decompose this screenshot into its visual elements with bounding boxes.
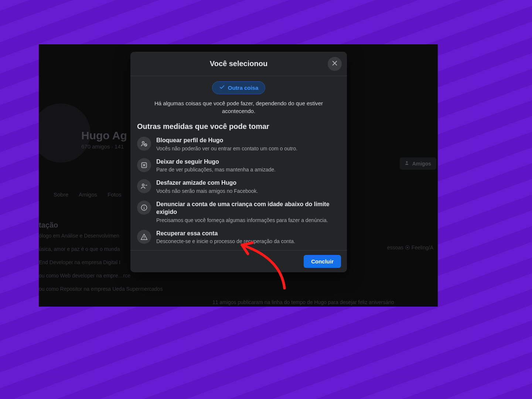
block-user-icon: [137, 137, 151, 151]
dialog-title: Você selecionou: [210, 59, 267, 68]
action-title: Deixar de seguir Hugo: [156, 158, 276, 166]
intro-line: ou como Repositor na empresa Ueda Superm…: [39, 286, 163, 292]
friend-icon: [405, 160, 410, 167]
profile-name: Hugo Ag: [81, 129, 127, 142]
dialog-footer: Concluir: [130, 250, 347, 272]
action-block-profile[interactable]: Bloquear perfil de Hugo Vocês não poderã…: [137, 137, 340, 152]
close-icon: [331, 60, 338, 68]
close-button[interactable]: [328, 57, 342, 71]
tab-friends: Amigos: [79, 191, 97, 198]
check-icon: [219, 84, 225, 91]
intro-line: ou como Web developer na empre…rce: [39, 273, 163, 279]
action-title: Recuperar essa conta: [156, 230, 295, 238]
dialog-context-text: Há algumas coisas que você pode fazer, d…: [137, 99, 340, 115]
action-title: Bloquear perfil de Hugo: [156, 137, 297, 144]
action-recover-account[interactable]: Recuperar essa conta Desconecte-se e ini…: [137, 230, 340, 245]
svg-point-4: [142, 184, 144, 186]
svg-point-6: [144, 206, 144, 207]
report-action-dialog: Você selecionou Outra coisa Há algumas c…: [130, 52, 347, 272]
other-actions-heading: Outras medidas que você pode tomar: [137, 122, 340, 131]
action-unfriend[interactable]: Desfazer amizade com Hugo Vocês não serã…: [137, 179, 340, 195]
timeline-birthday-hint: 11 amigos publicaram na linha do tempo d…: [212, 299, 394, 305]
screenshot-frame: Hugo Ag 670 amigos · 141 Sobre Amigos Fo…: [39, 44, 438, 307]
dialog-header: Você selecionou: [130, 52, 347, 76]
chip-label: Outra coisa: [228, 85, 259, 91]
done-button[interactable]: Concluir: [304, 255, 341, 268]
friends-button: Amigos: [400, 157, 436, 170]
svg-point-0: [406, 161, 408, 163]
action-desc: Precisamos que você forneça algumas info…: [156, 217, 340, 224]
tab-about: Sobre: [54, 191, 68, 198]
friends-button-label: Amigos: [412, 161, 431, 167]
profile-tabs: Sobre Amigos Fotos: [54, 191, 122, 198]
profile-friends-count: 670 amigos · 141: [81, 143, 124, 150]
tab-photos: Fotos: [108, 191, 122, 198]
selected-reason-chip[interactable]: Outra coisa: [212, 81, 266, 94]
action-title: Denunciar a conta de uma criança com ida…: [156, 201, 340, 216]
dialog-body: Outra coisa Há algumas coisas que você p…: [130, 76, 347, 247]
warning-triangle-icon: [137, 230, 151, 244]
info-icon: [137, 201, 151, 215]
action-desc: Vocês não poderão ver ou entrar em conta…: [156, 145, 297, 152]
remove-friend-icon: [137, 179, 151, 193]
right-panel-hint: essoas ⦿ Feeling/A: [387, 245, 433, 250]
action-desc: Vocês não serão mais amigos no Facebook.: [156, 188, 258, 195]
svg-point-1: [142, 141, 144, 143]
action-list: Bloquear perfil de Hugo Vocês não poderã…: [137, 137, 340, 245]
action-title: Desfazer amizade com Hugo: [156, 179, 258, 187]
intro-section-title: tação: [39, 221, 58, 229]
action-desc: Desconecte-se e inicie o processo de rec…: [156, 238, 295, 245]
action-desc: Pare de ver publicações, mas mantenha a …: [156, 166, 276, 173]
unfollow-icon: [137, 158, 151, 172]
action-report-underage[interactable]: Denunciar a conta de uma criança com ida…: [137, 201, 340, 224]
action-unfollow[interactable]: Deixar de seguir Hugo Pare de ver public…: [137, 158, 340, 174]
svg-point-7: [144, 238, 144, 239]
